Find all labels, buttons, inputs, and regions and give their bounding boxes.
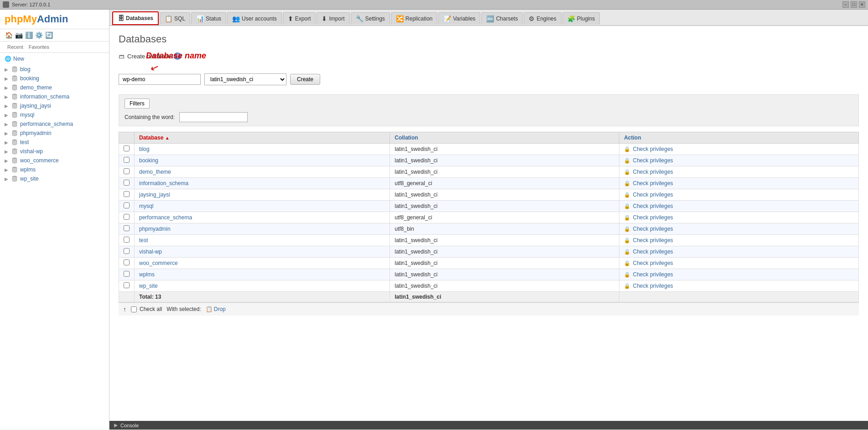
user_accounts-tab-label: User accounts: [242, 16, 277, 22]
check-privileges-link[interactable]: Check privileges: [633, 283, 673, 289]
sql-tab-icon: 📋: [165, 15, 172, 22]
row-checkbox[interactable]: [124, 248, 130, 254]
sidebar-db-item[interactable]: ▶ jaysing_jaysi: [0, 101, 109, 110]
drop-link[interactable]: 📋 Drop: [206, 306, 226, 312]
action-col-header[interactable]: Action: [619, 132, 859, 144]
table-row: wplms latin1_swedish_ci 🔒 Check privileg…: [119, 269, 859, 280]
tab-settings[interactable]: 🔧 Settings: [351, 12, 390, 25]
info-icon[interactable]: ℹ️: [25, 31, 33, 39]
home-icon[interactable]: 🏠: [5, 31, 13, 39]
check-privileges-link[interactable]: Check privileges: [633, 260, 673, 266]
check-privileges-link[interactable]: Check privileges: [633, 271, 673, 278]
sidebar-db-item[interactable]: ▶ phpmyadmin: [0, 129, 109, 138]
database-col-header[interactable]: Database ▲: [135, 132, 390, 144]
tab-import[interactable]: ⬇ Import: [317, 12, 349, 25]
new-link[interactable]: 🌐 New: [5, 56, 104, 62]
db-name-link[interactable]: vishal-wp: [139, 249, 162, 255]
filter-input[interactable]: [179, 112, 248, 122]
close-button[interactable]: ✕: [859, 1, 865, 8]
db-name-link[interactable]: test: [139, 237, 148, 243]
tab-replication[interactable]: 🔀 Replication: [391, 12, 437, 25]
nav-tabs: 🗄 Databases 📋 SQL 📊 Status 👥 User accoun…: [109, 10, 868, 26]
db-name-link[interactable]: wplms: [139, 271, 155, 278]
db-name-link[interactable]: phpmyadmin: [139, 226, 171, 232]
sidebar-db-item[interactable]: ▶ wplms: [0, 165, 109, 174]
minimize-button[interactable]: –: [842, 1, 849, 8]
db-name-link[interactable]: wp_site: [139, 283, 158, 289]
row-checkbox[interactable]: [124, 191, 130, 197]
db-name-link[interactable]: blog: [139, 146, 150, 152]
db-name-link[interactable]: jaysing_jaysi: [139, 192, 170, 198]
db-name-link[interactable]: booking: [139, 157, 158, 164]
expand-icon: ▶: [5, 131, 8, 136]
check-privileges-link[interactable]: Check privileges: [633, 237, 673, 243]
row-checkbox[interactable]: [124, 214, 130, 220]
expand-icon: ▶: [5, 167, 8, 172]
tab-charsets[interactable]: 🔤 Charsets: [481, 12, 523, 25]
sidebar-db-item[interactable]: ▶ wp_site: [0, 174, 109, 183]
check-privileges-link[interactable]: Check privileges: [633, 146, 673, 152]
row-checkbox[interactable]: [124, 237, 130, 243]
up-arrow-icon: ↑: [123, 306, 126, 313]
sidebar-db-item[interactable]: ▶ vishal-wp: [0, 147, 109, 156]
row-checkbox[interactable]: [124, 271, 130, 277]
row-checkbox[interactable]: [124, 180, 130, 186]
db-name-link[interactable]: performance_schema: [139, 214, 192, 221]
priv-icon: 🔒: [624, 181, 630, 186]
recent-tab[interactable]: Recent: [5, 43, 26, 51]
check-privileges-link[interactable]: Check privileges: [633, 157, 673, 164]
row-checkbox[interactable]: [124, 202, 130, 208]
tab-plugins[interactable]: 🧩 Plugins: [562, 12, 600, 25]
check-privileges-link[interactable]: Check privileges: [633, 169, 673, 175]
collation-select[interactable]: latin1_swedish_ciutf8_general_ciutf8mb4_…: [204, 73, 286, 85]
row-checkbox[interactable]: [124, 157, 130, 163]
row-checkbox[interactable]: [124, 282, 130, 288]
sidebar-db-item[interactable]: ▶ test: [0, 138, 109, 147]
sidebar-db-item[interactable]: ▶ booking: [0, 74, 109, 83]
row-checkbox[interactable]: [124, 225, 130, 231]
priv-icon: 🔒: [624, 192, 630, 197]
tab-variables[interactable]: 📝 Variables: [438, 12, 480, 25]
row-checkbox[interactable]: [124, 145, 130, 151]
create-button[interactable]: Create: [290, 74, 320, 85]
row-checkbox[interactable]: [124, 168, 130, 174]
table-row: booking latin1_swedish_ci 🔒 Check privil…: [119, 155, 859, 166]
check-privileges-link[interactable]: Check privileges: [633, 226, 673, 232]
db-name-link[interactable]: information_schema: [139, 180, 188, 187]
check-privileges-link[interactable]: Check privileges: [633, 249, 673, 255]
check-all-checkbox[interactable]: [131, 306, 137, 312]
tab-sql[interactable]: 📋 SQL: [160, 12, 190, 25]
tab-engines[interactable]: ⚙ Engines: [524, 12, 561, 25]
camera-icon[interactable]: 📷: [15, 31, 23, 39]
sidebar-db-item[interactable]: ▶ woo_commerce: [0, 156, 109, 165]
maximize-button[interactable]: □: [851, 1, 857, 8]
filters-toggle[interactable]: Filters: [125, 98, 150, 109]
sidebar-db-item[interactable]: ▶ performance_schema: [0, 119, 109, 129]
db-name-link[interactable]: mysql: [139, 203, 153, 209]
tab-export[interactable]: ⬆ Export: [283, 12, 316, 25]
sidebar-db-item[interactable]: ▶ information_schema: [0, 92, 109, 101]
settings-icon[interactable]: ⚙️: [35, 31, 43, 39]
check-privileges-link[interactable]: Check privileges: [633, 192, 673, 198]
tab-user_accounts[interactable]: 👥 User accounts: [227, 12, 282, 25]
tab-status[interactable]: 📊 Status: [191, 12, 226, 25]
db-item-icon: [11, 66, 18, 73]
favorites-tab[interactable]: Favorites: [26, 43, 52, 51]
console-bar[interactable]: ▶ Console: [109, 421, 868, 430]
row-checkbox[interactable]: [124, 259, 130, 265]
db-name-input[interactable]: [119, 74, 201, 85]
refresh-icon[interactable]: 🔄: [45, 31, 53, 39]
sidebar-db-item[interactable]: ▶ mysql: [0, 110, 109, 119]
check-privileges-link[interactable]: Check privileges: [633, 214, 673, 221]
table-row: mysql latin1_swedish_ci 🔒 Check privileg…: [119, 201, 859, 212]
db-name-link[interactable]: woo_commerce: [139, 260, 178, 266]
db-icon: 🗃: [119, 53, 125, 60]
sidebar-db-item[interactable]: ▶ demo_theme: [0, 83, 109, 92]
check-privileges-link[interactable]: Check privileges: [633, 203, 673, 209]
sidebar-db-item[interactable]: ▶ blog: [0, 65, 109, 74]
tab-databases[interactable]: 🗄 Databases: [112, 11, 159, 25]
collation-col-header[interactable]: Collation: [390, 132, 619, 144]
priv-icon: 🔒: [624, 158, 630, 163]
check-privileges-link[interactable]: Check privileges: [633, 180, 673, 187]
db-name-link[interactable]: demo_theme: [139, 169, 171, 175]
